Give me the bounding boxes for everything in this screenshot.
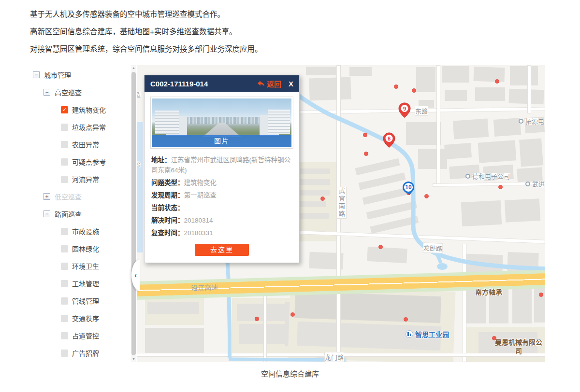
tree-item[interactable]: −高空巡查 (29, 84, 131, 101)
tree-item[interactable]: −路面巡查 (29, 205, 131, 223)
issue-dot[interactable] (495, 79, 499, 84)
checkbox-checked[interactable]: ✓ (61, 106, 68, 113)
tree-item[interactable]: 工地管理 (29, 275, 131, 292)
tree-item-label[interactable]: 城市管理 (44, 70, 71, 80)
industrial-park-icon (406, 330, 413, 338)
back-button-label: 返回 (267, 79, 281, 89)
tree-item[interactable]: 市政设施 (29, 223, 131, 240)
issue-dot[interactable] (378, 245, 383, 249)
checkbox-unchecked[interactable] (61, 141, 68, 148)
issue-dot[interactable] (290, 312, 295, 317)
map-label-text: 武宜南路 (337, 187, 346, 218)
photo-caption: 图片 (152, 135, 291, 147)
expand-node-icon[interactable]: + (44, 193, 50, 200)
tree-item-label[interactable]: 垃圾点异常 (72, 122, 106, 132)
tree-item-label[interactable]: 河流异常 (72, 174, 99, 184)
issue-dot[interactable] (498, 185, 503, 189)
tree-item-label[interactable]: 广告招牌 (72, 348, 99, 358)
tree-item-label[interactable]: 建筑物变化 (72, 105, 106, 114)
collapse-node-icon[interactable]: − (44, 210, 50, 217)
issue-dot[interactable] (492, 336, 496, 340)
tree-item[interactable]: ✓建筑物变化 (29, 101, 131, 118)
field-label: 发现周期： (151, 192, 184, 199)
field-value: 20180331 (184, 229, 213, 237)
issue-dot[interactable] (404, 317, 408, 322)
page-caption: 空间信息综合建库 (0, 368, 580, 378)
checkbox-unchecked[interactable] (61, 176, 68, 183)
intro-text: 基于无人机及多传感器装备的空中城市管理巡查模式合作。 高新区空间信息综合建库，基… (30, 6, 262, 58)
tree-item-label[interactable]: 高空巡查 (55, 87, 82, 97)
issue-dot[interactable] (363, 133, 367, 137)
popup-title: C002-171119-014 (150, 80, 257, 88)
checkbox-unchecked[interactable] (61, 297, 68, 305)
checkbox-unchecked[interactable] (61, 332, 68, 339)
tree-item-label[interactable]: 路面巡查 (55, 209, 82, 219)
field-label: 解决时间： (151, 217, 184, 224)
checkbox-unchecked[interactable] (61, 315, 68, 322)
map-label-text: 东路 (415, 106, 428, 115)
field-value: 20180314 (184, 217, 213, 224)
marker-pin-9[interactable]: 9 (398, 102, 411, 118)
checkbox-unchecked[interactable] (61, 245, 68, 252)
collapse-node-icon[interactable]: − (44, 89, 50, 96)
issue-dot[interactable] (394, 84, 398, 89)
tree-item-label[interactable]: 可疑点参考 (72, 157, 106, 167)
map-label: 龙门路 (324, 352, 344, 362)
tree-item-label[interactable]: 园林绿化 (72, 244, 99, 253)
marker-pin-8[interactable]: 8 (383, 132, 395, 148)
back-button[interactable]: 返回 (257, 79, 281, 89)
tree-item-label[interactable]: 占道管控 (72, 331, 99, 340)
map-label: 智思工业园 (406, 329, 449, 339)
close-button[interactable]: X (289, 80, 293, 88)
map-label: 龙卧路 (422, 242, 443, 253)
tree-item[interactable]: 广告招牌 (29, 344, 131, 362)
tree-item-label[interactable]: 市政设施 (72, 226, 99, 236)
checkbox-unchecked[interactable] (61, 124, 68, 131)
issue-dot[interactable] (255, 317, 259, 321)
tree-item-label[interactable]: 工地管理 (72, 279, 99, 288)
tree-item-label[interactable]: 交通秩序 (72, 313, 99, 323)
tree-item-label[interactable]: 管线管理 (72, 296, 99, 306)
issue-dot[interactable] (412, 88, 416, 93)
sidebar-scrollbar[interactable]: ▲ ▼ (131, 65, 136, 362)
photo-image: 图片 (152, 98, 291, 147)
scrollbar-thumb[interactable] (131, 72, 136, 355)
tree-item[interactable]: 河流异常 (29, 170, 131, 188)
checkbox-unchecked[interactable] (61, 263, 68, 270)
tree-item[interactable]: 农田异常 (29, 136, 131, 153)
scroll-down-icon[interactable]: ▼ (131, 356, 136, 362)
tree-item[interactable]: 环境卫生 (29, 257, 131, 275)
tree-item-label[interactable]: 低空巡查 (55, 192, 82, 201)
go-here-button[interactable]: 去这里 (195, 244, 249, 256)
issue-dot[interactable] (424, 194, 429, 198)
tree-item-label[interactable]: 环境卫生 (72, 261, 99, 271)
tree-item[interactable]: −城市管理 (29, 66, 131, 84)
field-label: 当前状态： (151, 204, 184, 211)
tree-item[interactable]: 交通秩序 (29, 309, 131, 327)
tree-item[interactable]: 可疑点参考 (29, 153, 131, 170)
marker-circle-10[interactable]: 10 (403, 182, 414, 193)
tree-item[interactable]: 园林绿化 (29, 240, 131, 257)
poi-circle-icon (465, 174, 470, 179)
map-label: 武进 (525, 179, 545, 188)
tree-item[interactable]: 垃圾点异常 (29, 118, 131, 136)
checkbox-unchecked[interactable] (61, 158, 68, 166)
collapse-node-icon[interactable]: − (33, 71, 40, 78)
issue-dot[interactable] (320, 196, 325, 201)
scroll-up-icon[interactable]: ▲ (131, 65, 136, 71)
checkbox-unchecked[interactable] (61, 350, 68, 357)
map-label: 德和电子公司 (465, 171, 510, 181)
tree-item[interactable]: 占道管控 (29, 327, 131, 344)
map-label: 公 (137, 160, 141, 168)
checkbox-unchecked[interactable] (61, 280, 68, 287)
issue-dot[interactable] (539, 293, 543, 297)
checkbox-unchecked[interactable] (61, 228, 68, 235)
tree-item-label[interactable]: 农田异常 (72, 140, 99, 149)
map-label-text: 南方轴承 (475, 287, 502, 296)
issue-dot[interactable] (364, 152, 368, 156)
photo-thumbnail[interactable]: 图片 (150, 97, 293, 149)
field-value: 江苏省常州市武进区凤鸣路(新哲特种钢公司东南64米) (151, 156, 290, 174)
tree-item[interactable]: 管线管理 (29, 292, 131, 309)
tree-item[interactable]: +低空巡查 (29, 188, 131, 205)
field-value: 建筑物变化 (184, 179, 217, 186)
